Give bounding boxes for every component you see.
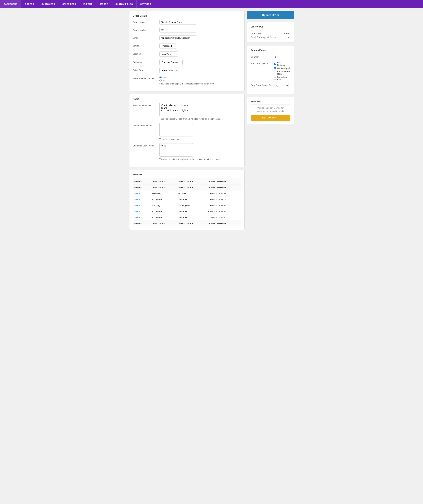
navigation: DASHBOARD ORDERS CUSTOMERS SALES REPS EX… <box>0 0 423 8</box>
statuses-table-header: Delete? Order Status Order Location Stat… <box>133 179 241 184</box>
col-order-location: Order Location <box>177 179 207 184</box>
order-number-label: Order Number <box>133 28 160 31</box>
table-row: Delete?ShippingLos Angeles19-06-18 12:49… <box>133 202 241 208</box>
dropdown-control: All Option 1 Option 2 <box>274 83 290 88</box>
table-row: Delete?Order StatusOrder LocationStatus … <box>133 220 241 226</box>
delete-link[interactable]: Delete? <box>134 216 142 219</box>
table-cell-datetime: 19-06-18 12:48:59 <box>207 190 241 196</box>
table-cell-delete: Delete? <box>133 220 150 226</box>
private-notes-textarea[interactable] <box>160 123 193 137</box>
public-notes-row: Public Order Notes Black electric scoote… <box>133 103 241 120</box>
quantity-control <box>274 55 290 59</box>
customer-select[interactable]: Francine Couture <box>160 60 183 65</box>
table-cell-status: Received <box>150 190 177 196</box>
table-cell-status: Processed <box>150 214 177 220</box>
col-status-datetime: Status Date/Time <box>207 179 241 184</box>
nav-dashboard[interactable]: DASHBOARD <box>0 0 21 8</box>
show-admin-radio-group: Yes No <box>160 76 241 82</box>
customer-row: Customer Francine Couture <box>133 60 241 65</box>
customer-notes-hint: The notes about an order posted by the c… <box>160 158 241 161</box>
public-notes-textarea[interactable]: Black electric scooter board, with white… <box>160 103 193 116</box>
show-admin-hint: Should this order appear in the orders t… <box>160 83 241 85</box>
dropdown-select[interactable]: All Option 1 Option 2 <box>274 83 289 88</box>
email-tracking-value: No <box>287 36 290 38</box>
additional-options-control: Rush Delivery Gift Wrapped Personalized … <box>274 61 290 81</box>
option-something-else[interactable]: Something Else <box>274 76 290 81</box>
table-row: Delete?ProcessedNew York03-01-22 19:02:4… <box>133 208 241 214</box>
statuses-card: Statuses Delete? Order Status Order Loca… <box>129 170 244 230</box>
table-cell-location: New York <box>177 196 207 202</box>
private-notes-label: Private Order Notes <box>133 123 160 127</box>
email-input[interactable] <box>160 36 196 40</box>
delete-link[interactable]: Delete? <box>134 192 142 195</box>
customer-control: Francine Couture <box>160 60 241 65</box>
delete-link[interactable]: Delete? <box>134 204 142 207</box>
notes-title: Notes <box>133 98 241 100</box>
table-cell-location: Montreal <box>177 190 207 196</box>
show-admin-no-radio[interactable] <box>160 79 162 81</box>
show-admin-yes-label: Yes <box>163 76 166 78</box>
order-details-title: Order Details <box>133 14 241 17</box>
delete-link[interactable]: Delete? <box>134 198 142 201</box>
public-notes-control: Black electric scooter board, with white… <box>160 103 241 120</box>
nav-bar: DASHBOARD ORDERS CUSTOMERS SALES REPS EX… <box>0 0 423 8</box>
table-cell-datetime: 03-01-22 19:02:44 <box>207 208 241 214</box>
table-cell-datetime: 19-06-18 12:49:54 <box>207 202 241 208</box>
sales-rep-select[interactable]: Robert Smith <box>160 68 179 73</box>
customer-label: Customer <box>133 60 160 63</box>
private-notes-hint: Visible only to admins. <box>160 138 241 140</box>
nav-customers[interactable]: CUSTOMERS <box>38 0 59 8</box>
quantity-label: Quantity <box>251 55 274 58</box>
checkbox-rush-delivery[interactable] <box>274 63 276 65</box>
custom-fields-title: Custom Fields <box>251 49 290 53</box>
option-personalized-note[interactable]: Personalized Note <box>274 70 290 75</box>
option-gift-wrapped[interactable]: Gift Wrapped <box>274 67 290 69</box>
delete-link[interactable]: Delete? <box>134 210 142 213</box>
order-number-row: Order Number <box>133 28 241 32</box>
order-name-control: Electric Scooter Board <box>160 20 241 25</box>
customer-notes-row: Customer Order Notes note The notes abou… <box>133 143 241 161</box>
options-checkbox-group: Rush Delivery Gift Wrapped Personalized … <box>274 61 290 81</box>
help-text: Visit our Support Center for documentati… <box>251 106 290 113</box>
order-views-count: 45111 <box>284 32 290 35</box>
show-admin-yes-row[interactable]: Yes <box>160 76 241 78</box>
checkbox-gift-wrapped[interactable] <box>274 67 276 69</box>
nav-orders[interactable]: ORDERS <box>21 0 38 8</box>
quantity-input[interactable] <box>274 55 284 59</box>
status-row: Status Processed Received Shipping <box>133 43 241 48</box>
email-tracking-row: Email Tracking Link Clicked No <box>251 35 290 39</box>
show-admin-no-row[interactable]: No <box>160 79 241 82</box>
option-something-else-label: Something Else <box>277 76 290 81</box>
option-rush-delivery[interactable]: Rush Delivery <box>274 61 290 66</box>
status-select[interactable]: Processed Received Shipping <box>160 43 176 48</box>
checkbox-something-else[interactable] <box>274 77 276 79</box>
sales-rep-label: Sales Rep <box>133 68 160 72</box>
checkbox-personalized-note[interactable] <box>274 72 276 74</box>
public-notes-hint: The notes visitors will see if you've in… <box>160 118 241 120</box>
customer-notes-textarea[interactable]: note <box>160 143 193 157</box>
table-cell-location: Order Location <box>177 220 207 226</box>
nav-sales-reps[interactable]: SALES REPS <box>59 0 80 8</box>
col-order-status: Order Status <box>150 179 177 184</box>
private-notes-control: Visible only to admins. <box>160 123 241 140</box>
get-support-button[interactable]: GET SUPPORT <box>251 115 290 121</box>
page-content: Order Details Order Name Electric Scoote… <box>127 8 297 232</box>
table-row: Delete?ProcessedNew York14-09-22 14:03:0… <box>133 214 241 220</box>
nav-export[interactable]: EXPORT <box>80 0 96 8</box>
show-admin-yes-radio[interactable] <box>160 76 162 78</box>
location-select[interactable]: New York Montreal Los Angeles <box>160 52 178 57</box>
nav-custom-fields[interactable]: CUSTOM FIELDS <box>112 0 137 8</box>
order-number-input[interactable] <box>160 28 196 32</box>
nav-settings[interactable]: SETTINGS <box>137 0 155 8</box>
nav-import[interactable]: IMPORT <box>96 0 112 8</box>
order-name-input[interactable]: Electric Scooter Board <box>160 20 196 25</box>
table-cell-location: New York <box>177 214 207 220</box>
col-delete: Delete? <box>133 179 150 184</box>
public-notes-label: Public Order Notes <box>133 103 160 107</box>
update-order-button[interactable]: Update Order <box>247 11 294 19</box>
customer-notes-control: note The notes about an order posted by … <box>160 143 241 161</box>
table-cell-datetime: Status Date/Time <box>207 184 241 190</box>
additional-options-row: Additional Options Rush Delivery Gift Wr… <box>251 61 290 81</box>
table-cell-location: Los Angeles <box>177 202 207 208</box>
table-cell-delete: Delete? <box>133 184 150 190</box>
